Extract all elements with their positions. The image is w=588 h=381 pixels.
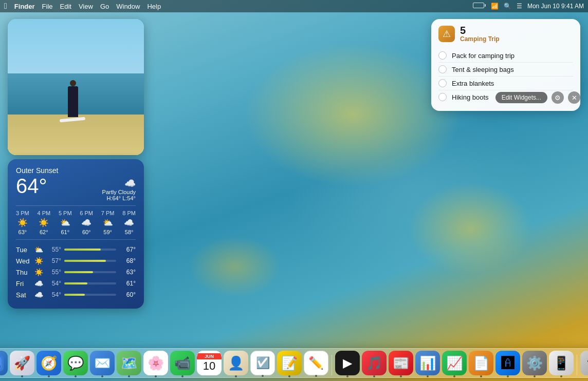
menubar-right: 📶 🔍 ☰ Mon Jun 10 9:41 AM <box>473 3 584 10</box>
facetime-icon: 📹 <box>174 355 191 371</box>
launchpad-icon: 🚀 <box>14 355 30 371</box>
iphone-icon: 📱 <box>553 355 569 371</box>
dock-news[interactable]: 📰 <box>389 351 413 375</box>
weather-day-3: Thu ☀️ 55° 63° <box>16 266 136 278</box>
apple-menu[interactable]:  <box>4 2 7 11</box>
widget-close-button[interactable]: ✕ <box>568 91 580 104</box>
weather-day-1: Tue ⛅ 55° 67° <box>16 244 136 255</box>
reminder-checkbox-2[interactable] <box>438 65 447 73</box>
menu-help[interactable]: Help <box>147 3 161 10</box>
news-icon: 📰 <box>393 355 409 371</box>
dock-finder[interactable] <box>0 351 8 375</box>
photo-widget <box>8 19 144 155</box>
dock-launchpad[interactable]: 🚀 <box>10 351 34 375</box>
dock-reminders[interactable]: ☑️ <box>250 351 275 375</box>
datetime[interactable]: Mon Jun 10 9:41 AM <box>527 3 584 10</box>
photo-person <box>68 86 78 117</box>
trash-icon: 🗑 <box>586 355 588 371</box>
reminders-header: ⚠ 5 Camping Trip <box>431 19 580 47</box>
maps-icon: 🗺️ <box>121 355 137 371</box>
pages-icon: 📄 <box>473 355 489 371</box>
calendar-day: 10 <box>203 359 215 373</box>
control-center-icon[interactable]: ☰ <box>517 3 522 10</box>
numbers-icon: 📈 <box>446 355 463 371</box>
weather-highlow: H:64° L:54° <box>102 195 136 201</box>
dock-calendar[interactable]: JUN 10 <box>197 351 222 375</box>
appletv-icon: ▶ <box>343 356 352 370</box>
notes-icon: 📝 <box>281 355 298 371</box>
weather-hour-6: 8 PM ☁️ 58° <box>122 210 136 235</box>
dock-pages[interactable]: 📄 <box>469 351 493 375</box>
weather-day-2: Wed ☀️ 57° 68° <box>16 255 136 266</box>
weather-hourly: 3 PM ☀️ 63° 4 PM ☀️ 62° 5 PM ⛅ 61° 6 PM … <box>16 205 136 235</box>
dock-facetime[interactable]: 📹 <box>170 351 195 375</box>
menu-view[interactable]: View <box>79 3 93 10</box>
dock-freeform[interactable]: ✏️ <box>304 351 328 375</box>
dock-contacts[interactable]: 👤 <box>224 351 248 375</box>
menubar-left:  Finder File Edit View Go Window Help <box>4 2 161 11</box>
gear-icon: ⚙ <box>555 94 561 102</box>
weather-location: Outer Sunset <box>16 166 136 175</box>
reminder-item-2[interactable]: Tent & sleeping bags <box>438 63 573 77</box>
dock-mail[interactable]: ✉️ <box>90 351 115 375</box>
reminder-text-4: Hiking boots <box>452 93 489 101</box>
battery-icon <box>473 3 486 10</box>
widget-settings-button[interactable]: ⚙ <box>552 91 564 104</box>
weather-day-5: Sat ☁️ 54° 60° <box>16 289 136 300</box>
dock-numbers[interactable]: 📈 <box>442 351 467 375</box>
weather-sun-icon: ☁️ <box>102 178 136 189</box>
menu-window[interactable]: Window <box>116 3 140 10</box>
keynote-icon: 📊 <box>419 355 436 371</box>
menu-edit[interactable]: Edit <box>60 3 71 10</box>
dock-photos[interactable]: 🌸 <box>143 351 168 375</box>
weather-hour-3: 5 PM ⛅ 61° <box>59 210 72 235</box>
dock-appstore[interactable]: 🅰 <box>495 351 520 375</box>
calendar-month: JUN <box>197 353 222 359</box>
weather-daily: Tue ⛅ 55° 67° Wed ☀️ 57° 68° Thu ☀️ 55° … <box>16 239 136 300</box>
reminder-checkbox-3[interactable] <box>438 79 447 87</box>
freeform-icon: ✏️ <box>308 356 324 370</box>
weather-day-4: Fri ☁️ 54° 61° <box>16 278 136 289</box>
search-icon[interactable]: 🔍 <box>504 3 511 10</box>
edit-widgets-button[interactable]: Edit Widgets... <box>495 92 547 103</box>
weather-condition: Partly Cloudy <box>102 189 136 195</box>
reminders-count: 5 <box>460 25 500 35</box>
close-icon: ✕ <box>572 94 577 102</box>
dock-notes[interactable]: 📝 <box>277 351 302 375</box>
dock-maps[interactable]: 🗺️ <box>117 351 141 375</box>
weather-hour-2: 4 PM ☀️ 62° <box>37 210 50 235</box>
photo-scene <box>8 19 144 155</box>
dock-divider-2 <box>577 355 577 375</box>
calendar-content: JUN 10 <box>197 351 222 375</box>
dock-music[interactable]: 🎵 <box>362 351 387 375</box>
menu-go[interactable]: Go <box>100 3 109 10</box>
dock-appletv[interactable]: ▶ <box>335 351 360 375</box>
reminder-item-3[interactable]: Extra blankets <box>438 77 573 90</box>
safari-icon: 🧭 <box>41 355 57 371</box>
weather-description: ☁️ Partly Cloudy H:64° L:54° <box>102 178 136 201</box>
menu-finder[interactable]: Finder <box>14 3 35 10</box>
dock-trash[interactable]: 🗑 <box>580 351 588 375</box>
reminders-list-name: Camping Trip <box>460 35 500 43</box>
dock: 🚀 🧭 💬 ✉️ 🗺️ 🌸 📹 JUN 10 👤 ☑️ 📝 ✏ <box>0 348 588 378</box>
weather-temperature: 64° <box>16 176 47 196</box>
weather-hour-1: 3 PM ☀️ 63° <box>16 210 29 235</box>
reminder-item-1[interactable]: Pack for camping trip <box>438 49 573 63</box>
menu-file[interactable]: File <box>42 3 53 10</box>
photos-icon: 🌸 <box>148 355 164 371</box>
reminder-text-3: Extra blankets <box>452 80 494 87</box>
dock-messages[interactable]: 💬 <box>63 351 88 375</box>
reminder-checkbox-4[interactable] <box>438 93 447 101</box>
reminder-text-1: Pack for camping trip <box>452 52 514 60</box>
dock-safari[interactable]: 🧭 <box>36 351 61 375</box>
dock-divider <box>332 355 332 375</box>
messages-icon: 💬 <box>67 355 84 371</box>
dock-system-settings[interactable]: ⚙️ <box>522 351 547 375</box>
reminders-icon: ☑️ <box>256 356 270 370</box>
dock-iphone-mirroring[interactable]: 📱 <box>549 351 574 375</box>
reminder-checkbox-1[interactable] <box>438 51 447 60</box>
weather-hour-4: 6 PM ☁️ 60° <box>80 210 93 235</box>
weather-widget: Outer Sunset 64° ☁️ Partly Cloudy H:64° … <box>8 159 144 309</box>
mail-icon: ✉️ <box>94 355 111 371</box>
dock-keynote[interactable]: 📊 <box>415 351 440 375</box>
